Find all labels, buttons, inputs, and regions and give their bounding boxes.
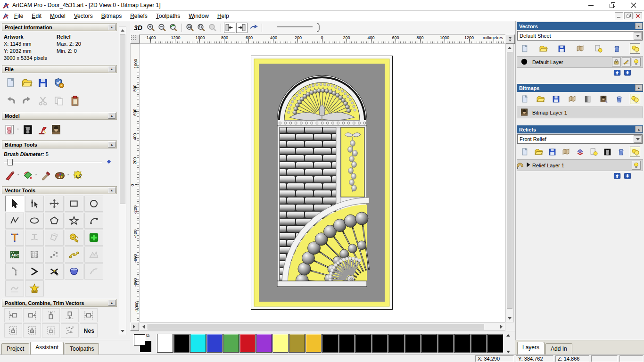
palette-swatch-18[interactable] [454, 334, 470, 353]
menu-file[interactable]: File [10, 11, 27, 21]
tab-project[interactable]: Project [1, 343, 29, 354]
primary-colour-chip[interactable] [134, 334, 145, 346]
palette-swatch-9[interactable] [305, 334, 322, 353]
align-top-icon[interactable] [42, 308, 60, 322]
trim-icon[interactable] [45, 263, 64, 280]
palette-swatch-12[interactable] [355, 334, 371, 353]
wrap-text-icon[interactable] [25, 230, 44, 246]
palette-swatch-13[interactable] [372, 334, 388, 353]
save-icon[interactable] [547, 147, 558, 157]
polygon-icon[interactable] [45, 213, 64, 229]
model-viewport[interactable] [140, 44, 505, 322]
palette-swatch-4[interactable] [223, 334, 239, 353]
collapse-button[interactable]: ▲ [635, 84, 643, 91]
node-edit-icon[interactable] [25, 196, 44, 212]
collapse-button[interactable]: ▲ [108, 187, 116, 193]
all-visibility-icon[interactable] [630, 43, 640, 54]
door-artwork[interactable] [251, 56, 393, 310]
merge-icon[interactable] [561, 147, 571, 157]
scroll-down-arrow[interactable] [506, 315, 513, 322]
snap-out-icon[interactable] [236, 23, 248, 33]
menu-help[interactable]: Help [213, 11, 233, 21]
new-layer-icon[interactable] [520, 94, 530, 104]
align-right-icon[interactable] [23, 308, 41, 322]
scrollbar-thumb[interactable] [148, 324, 484, 329]
ruler-toggle-button[interactable] [130, 322, 139, 331]
palette-swatch-15[interactable] [405, 334, 421, 353]
mdi-restore-button[interactable] [624, 12, 633, 19]
tab-add-in[interactable]: Add In [545, 343, 572, 354]
down-arrow-icon[interactable] [624, 70, 632, 77]
up-arrow-icon[interactable] [613, 173, 621, 180]
tab-layers[interactable]: Layers [517, 342, 545, 354]
envelope-icon[interactable] [25, 247, 44, 263]
save-icon[interactable] [551, 94, 561, 104]
palette-swatch-7[interactable] [272, 334, 289, 353]
load-bitmap-icon[interactable] [49, 123, 63, 137]
palette-icon[interactable] [53, 168, 67, 182]
transfer-icon[interactable] [575, 147, 585, 157]
new-layer-icon[interactable] [520, 147, 530, 157]
collapse-button[interactable]: ▲ [635, 126, 643, 132]
transform-icon[interactable] [45, 196, 64, 212]
assistant-scrollbar[interactable] [119, 26, 126, 335]
paint-icon[interactable] [3, 168, 17, 182]
visibility-icon[interactable] [588, 147, 599, 157]
arc-edit-icon[interactable] [5, 263, 24, 280]
undo-icon[interactable] [3, 94, 19, 108]
bulb-icon[interactable] [632, 161, 641, 170]
import-model-icon[interactable] [51, 76, 67, 90]
circle-icon[interactable] [84, 196, 103, 212]
palette-swatch-1[interactable] [173, 334, 190, 353]
fit-arcs-icon[interactable] [65, 247, 83, 263]
polyline-icon[interactable] [5, 213, 24, 229]
open-icon[interactable] [533, 147, 544, 157]
bulb-icon[interactable] [632, 58, 641, 66]
down-arrow-icon[interactable] [624, 173, 632, 180]
relief-layer-row[interactable]: Relief Layer 1 [517, 159, 643, 171]
spin-icon[interactable] [65, 263, 83, 280]
scatter-icon[interactable] [61, 323, 79, 337]
arc-icon[interactable] [84, 213, 103, 229]
flood-fill-icon[interactable] [21, 168, 35, 182]
text-icon[interactable] [5, 230, 24, 246]
collapse-button[interactable]: ▲ [108, 113, 116, 119]
dropdown-arrow-icon[interactable] [634, 135, 642, 143]
menu-model[interactable]: Model [46, 11, 70, 21]
open-file-icon[interactable] [19, 76, 35, 90]
monalisa-icon[interactable] [520, 108, 528, 117]
text-vectors-icon[interactable]: ABC [5, 247, 24, 263]
tab-assistant[interactable]: Assistant [30, 342, 64, 354]
new-sheet-icon[interactable] [520, 43, 530, 54]
palette-swatch-11[interactable] [339, 334, 355, 353]
tab-toolpaths[interactable]: Toolpaths [65, 343, 99, 354]
delete-icon[interactable] [614, 94, 625, 104]
scroll-up-arrow[interactable] [119, 27, 126, 34]
collapse-button[interactable]: ▲ [108, 24, 116, 30]
zoom-previous-icon[interactable] [168, 23, 179, 33]
offset-icon[interactable] [45, 230, 64, 246]
scroll-up-arrow[interactable] [506, 44, 513, 51]
menu-reliefs[interactable]: Reliefs [126, 11, 152, 21]
new-model-icon[interactable] [3, 76, 19, 90]
measure-icon[interactable] [65, 230, 83, 246]
line-width-preview[interactable] [276, 23, 323, 33]
up-arrow-icon[interactable] [613, 70, 621, 77]
pan-icon[interactable] [248, 23, 259, 33]
palette-swatch-2[interactable] [190, 334, 206, 353]
greyscale-icon[interactable] [583, 94, 593, 104]
merge-icon[interactable] [575, 43, 585, 54]
scroll-right-arrow[interactable] [498, 323, 505, 330]
star-icon[interactable] [65, 213, 83, 229]
menu-edit[interactable]: Edit [27, 11, 46, 21]
close-button[interactable] [623, 0, 644, 10]
snap-in-icon[interactable] [224, 23, 235, 33]
palette-up-arrow[interactable] [506, 334, 510, 337]
menu-vectors[interactable]: Vectors [70, 11, 97, 21]
visibility-icon[interactable] [593, 43, 603, 54]
link-colours-icon[interactable]: ⧉ [146, 333, 149, 338]
collapse-button[interactable]: ▲ [108, 66, 116, 72]
restore-button[interactable] [602, 0, 623, 10]
all-visibility-icon[interactable] [630, 147, 640, 157]
snap-pencil-icon[interactable] [622, 58, 631, 66]
